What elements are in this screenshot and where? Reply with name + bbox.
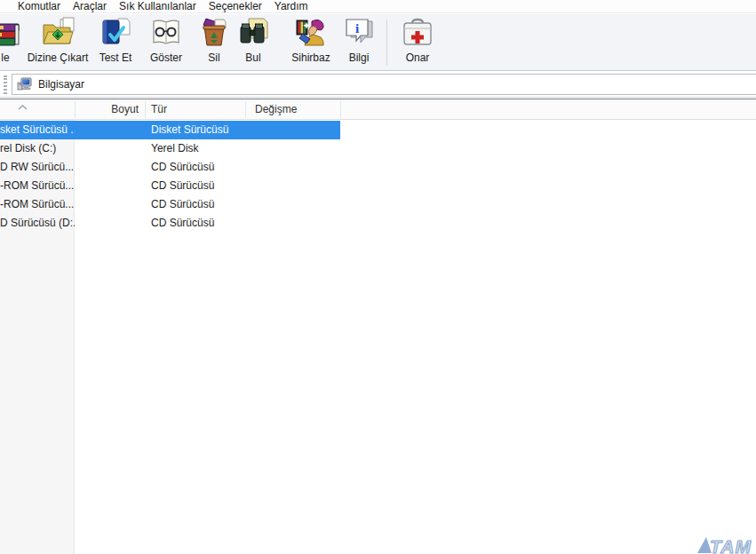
drive-size bbox=[75, 158, 141, 177]
svg-text:i: i bbox=[355, 21, 359, 36]
test-button-label: Test Et bbox=[99, 51, 132, 64]
drive-size bbox=[75, 177, 141, 195]
watermark-text: TAM bbox=[710, 536, 752, 554]
drive-modified bbox=[251, 214, 340, 233]
wizard-icon bbox=[294, 16, 328, 50]
drive-size bbox=[75, 139, 141, 158]
drive-name: -ROM Sürücü... bbox=[0, 177, 75, 195]
menu-komutlar[interactable]: Komutlar bbox=[12, 0, 67, 12]
delete-button-label: Sil bbox=[208, 51, 219, 64]
toolbar: le Dizine Çıkart bbox=[0, 14, 756, 71]
header-boyut-column[interactable]: Boyut bbox=[75, 99, 145, 119]
info-button-label: Bilgi bbox=[349, 51, 370, 64]
add-button-label: le bbox=[1, 51, 9, 64]
menu-araclar[interactable]: Araçlar bbox=[67, 0, 113, 12]
drive-row-dvd-rw[interactable]: D RW Sürücü... CD Sürücüsü bbox=[0, 158, 756, 177]
drive-row-floppy[interactable]: sket Sürücüsü ... Disket Sürücüsü bbox=[0, 121, 756, 139]
info-button[interactable]: i Bilgi bbox=[328, 16, 390, 67]
toolbar-grip-handle[interactable] bbox=[4, 75, 7, 94]
drive-size bbox=[75, 214, 141, 233]
drive-type: CD Sürücüsü bbox=[151, 177, 249, 195]
drive-name: -ROM Sürücü... bbox=[0, 195, 75, 214]
menu-secenekler[interactable]: Seçenekler bbox=[203, 0, 268, 12]
drive-type: Yerel Disk bbox=[151, 139, 249, 158]
address-location-text: Bilgisayar bbox=[38, 78, 84, 91]
toolbar-separator bbox=[386, 20, 387, 66]
extract-to-button-label: Dizine Çıkart bbox=[28, 51, 89, 64]
address-combobox[interactable]: Bilgisayar bbox=[12, 74, 756, 95]
drive-size bbox=[75, 195, 141, 214]
drive-modified bbox=[251, 121, 340, 139]
drive-row-cdrom-1[interactable]: -ROM Sürücü... CD Sürücüsü bbox=[0, 177, 756, 195]
menu-bar: Komutlar Araçlar Sık Kullanılanlar Seçen… bbox=[0, 0, 756, 13]
info-icon: i bbox=[342, 16, 376, 50]
winrar-window: Komutlar Araçlar Sık Kullanılanlar Seçen… bbox=[0, 0, 756, 554]
header-degisme-column[interactable]: Değişme bbox=[245, 99, 340, 119]
header-divider[interactable] bbox=[340, 101, 341, 118]
view-button-label: Göster bbox=[150, 51, 182, 64]
sort-ascending-icon bbox=[18, 100, 28, 113]
drive-name: D Sürücüsü (D:... bbox=[0, 214, 75, 233]
drive-type: Disket Sürücüsü bbox=[151, 121, 249, 139]
drive-modified bbox=[251, 195, 340, 214]
drive-type: CD Sürücüsü bbox=[151, 158, 249, 177]
drive-modified bbox=[251, 158, 340, 177]
find-icon bbox=[236, 16, 270, 50]
header-name-column[interactable] bbox=[0, 99, 75, 119]
drive-type: CD Sürücüsü bbox=[151, 214, 249, 233]
header-tur-column[interactable]: Tür bbox=[145, 99, 245, 119]
drive-row-local-disk[interactable]: rel Disk (C:) Yerel Disk bbox=[0, 139, 756, 158]
drive-row-dvd-d[interactable]: D Sürücüsü (D:... CD Sürücüsü bbox=[0, 214, 756, 233]
repair-button[interactable]: Onar bbox=[389, 16, 446, 67]
extract-to-icon bbox=[41, 16, 75, 50]
drive-rows: sket Sürücüsü ... Disket Sürücüsü rel Di… bbox=[0, 121, 756, 233]
watermark-tamindir: TAM bbox=[697, 534, 756, 554]
find-button[interactable]: Bul bbox=[222, 16, 284, 67]
menu-yardim[interactable]: Yardım bbox=[268, 0, 314, 12]
file-list: Boyut Tür Değişme sket Sürücüsü ... Disk… bbox=[0, 99, 756, 554]
computer-icon bbox=[17, 77, 32, 91]
test-archive-icon bbox=[99, 16, 132, 50]
address-bar: Bilgisayar bbox=[0, 72, 756, 98]
drive-size bbox=[75, 121, 141, 139]
wizard-button-label: Sihirbaz bbox=[291, 51, 330, 64]
repair-button-label: Onar bbox=[406, 51, 430, 64]
drive-name: D RW Sürücü... bbox=[0, 158, 75, 177]
find-button-label: Bul bbox=[245, 51, 260, 64]
drive-type: CD Sürücüsü bbox=[151, 195, 249, 214]
drive-row-cdrom-2[interactable]: -ROM Sürücü... CD Sürücüsü bbox=[0, 195, 756, 214]
drive-name: rel Disk (C:) bbox=[0, 139, 75, 158]
drive-modified bbox=[251, 177, 340, 195]
list-header: Boyut Tür Değişme bbox=[0, 99, 756, 120]
repair-icon bbox=[401, 16, 434, 50]
menu-sik-kullanilanlar[interactable]: Sık Kullanılanlar bbox=[113, 0, 203, 12]
drive-modified bbox=[251, 139, 340, 158]
view-file-icon bbox=[149, 16, 183, 50]
drive-name: sket Sürücüsü ... bbox=[0, 121, 75, 139]
